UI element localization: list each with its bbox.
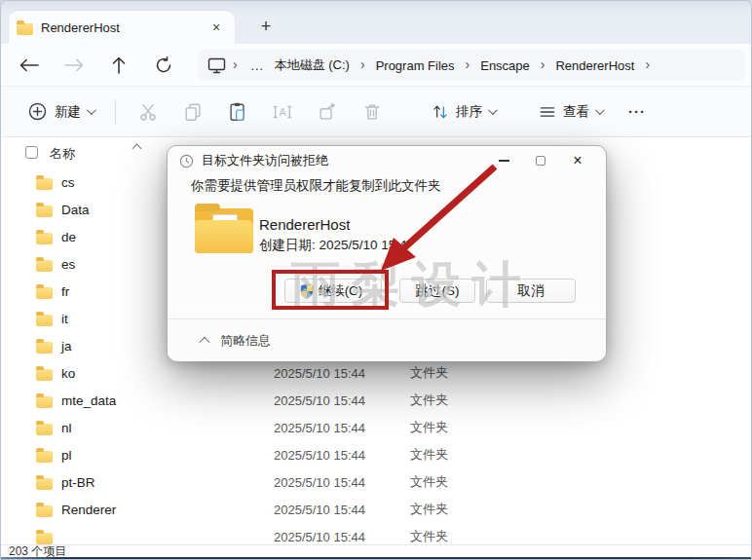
chevron-right-icon: › xyxy=(354,56,372,72)
folder-icon xyxy=(36,342,53,354)
explorer-window: RendererHost × + › … 本地磁盘 (C:) › xyxy=(0,0,752,560)
folder-icon xyxy=(36,505,53,517)
dialog-close-button[interactable]: × xyxy=(559,148,596,173)
file-row[interactable]: 2025/5/10 15:44 文件夹 xyxy=(1,523,752,544)
cancel-button[interactable]: 取消 xyxy=(486,279,576,303)
address-field[interactable]: › … 本地磁盘 (C:) › Program Files › Enscape … xyxy=(198,50,745,81)
svg-text:A: A xyxy=(280,106,286,117)
file-date-modified: 2025/5/10 15:44 xyxy=(274,393,365,408)
name-column-header[interactable]: 名称 xyxy=(50,145,75,163)
details-expander-label: 简略信息 xyxy=(220,332,271,350)
breadcrumb-segment[interactable]: Enscape xyxy=(476,58,534,73)
uac-shield-icon xyxy=(300,283,314,299)
cut-button[interactable] xyxy=(126,94,170,130)
file-date-modified: 2025/5/10 15:44 xyxy=(274,421,365,435)
skip-button[interactable]: 跳过(S) xyxy=(399,279,475,303)
more-options-button[interactable]: ··· xyxy=(628,103,646,120)
file-type: 文件夹 xyxy=(410,501,448,518)
address-bar: › … 本地磁盘 (C:) › Program Files › Enscape … xyxy=(1,44,752,87)
dialog-maximize-button[interactable] xyxy=(522,148,559,173)
folder-icon xyxy=(36,396,53,408)
folder-icon xyxy=(36,533,53,544)
file-date-modified: 2025/5/10 15:44 xyxy=(274,448,365,463)
file-row[interactable]: pl 2025/5/10 15:44 文件夹 xyxy=(1,441,752,468)
share-button[interactable] xyxy=(305,94,350,130)
breadcrumb-segment[interactable]: Program Files xyxy=(372,58,459,73)
refresh-button[interactable] xyxy=(147,50,180,81)
toolbar-divider xyxy=(115,99,116,125)
folder-icon xyxy=(36,287,53,299)
folder-icon xyxy=(36,260,53,272)
file-row[interactable]: Renderer 2025/5/10 15:44 文件夹 xyxy=(1,496,752,523)
new-tab-button[interactable]: + xyxy=(252,13,280,40)
folder-icon xyxy=(36,315,53,326)
file-type: 文件夹 xyxy=(410,473,448,491)
folder-icon xyxy=(36,233,53,244)
new-button[interactable]: 新建 xyxy=(20,94,101,130)
breadcrumb-segment[interactable]: RendererHost xyxy=(551,58,638,73)
items-count: 203 个项目 xyxy=(9,545,66,557)
chevron-right-icon: › xyxy=(459,56,477,72)
back-button[interactable] xyxy=(13,50,46,81)
file-date-modified: 2025/5/10 15:44 xyxy=(274,503,365,517)
access-denied-dialog: 目标文件夹访问被拒绝 × 你需要提供管理员权限才能复制到此文件夹 Rendere… xyxy=(167,145,607,361)
maximize-icon xyxy=(536,156,545,166)
file-date-modified: 2025/5/10 15:44 xyxy=(274,366,365,381)
chevron-down-icon xyxy=(595,105,605,115)
continue-button[interactable]: 继续(C) xyxy=(284,279,382,303)
file-name: mte_data xyxy=(61,393,217,408)
folder-icon xyxy=(36,424,53,435)
tab-title: RendererHost xyxy=(41,20,206,35)
chevron-down-icon xyxy=(488,105,498,115)
rename-button[interactable]: A xyxy=(260,94,305,130)
file-date-modified: 2025/5/10 15:44 xyxy=(274,475,365,490)
file-date-modified: 2025/5/10 15:44 xyxy=(274,530,365,544)
view-button[interactable]: 查看 xyxy=(529,94,611,130)
file-row[interactable]: nl 2025/5/10 15:44 文件夹 xyxy=(1,414,752,441)
tab-rendererhost[interactable]: RendererHost × xyxy=(9,11,235,44)
forward-button[interactable] xyxy=(57,50,91,81)
cancel-button-label: 取消 xyxy=(518,282,545,300)
dialog-folder-name: RendererHost xyxy=(259,216,350,233)
dialog-message: 你需要提供管理员权限才能复制到此文件夹 xyxy=(191,177,441,195)
chevron-right-icon: › xyxy=(638,56,657,72)
close-icon: × xyxy=(573,153,582,168)
continue-button-label: 继续(C) xyxy=(319,282,363,300)
tab-close-icon[interactable]: × xyxy=(206,17,227,38)
plus-circle-icon xyxy=(28,102,47,121)
file-name: pl xyxy=(61,448,217,463)
folder-icon xyxy=(17,23,33,35)
file-row[interactable]: mte_data 2025/5/10 15:44 文件夹 xyxy=(1,387,752,414)
breadcrumb-segment[interactable]: 本地磁盘 (C:) xyxy=(271,56,354,74)
file-type: 文件夹 xyxy=(410,419,448,436)
details-expander[interactable]: 简略信息 xyxy=(168,319,606,361)
sort-ascending-icon xyxy=(132,144,142,154)
sort-button[interactable]: 排序 xyxy=(422,94,504,130)
file-name: nl xyxy=(61,421,217,435)
paste-button[interactable] xyxy=(215,94,260,130)
file-type: 文件夹 xyxy=(410,392,448,409)
large-folder-icon xyxy=(195,208,253,253)
copy-button[interactable] xyxy=(170,94,215,130)
folder-icon xyxy=(36,205,53,217)
new-button-label: 新建 xyxy=(55,103,81,121)
file-row[interactable]: ko 2025/5/10 15:44 文件夹 xyxy=(1,359,752,387)
chevron-right-icon: › xyxy=(534,56,552,72)
dialog-title: 目标文件夹访问被拒绝 xyxy=(202,152,328,169)
sort-arrows-icon xyxy=(431,102,450,122)
file-name: ko xyxy=(61,366,217,381)
up-button[interactable] xyxy=(102,50,135,81)
skip-button-label: 跳过(S) xyxy=(416,282,460,300)
dialog-titlebar[interactable]: 目标文件夹访问被拒绝 × xyxy=(168,146,606,175)
file-row[interactable]: pt-BR 2025/5/10 15:44 文件夹 xyxy=(1,468,752,496)
tab-bar: RendererHost × + xyxy=(1,1,752,44)
select-all-checkbox[interactable] xyxy=(25,146,38,159)
minimize-icon xyxy=(499,160,509,162)
this-pc-icon[interactable] xyxy=(207,57,226,74)
chevron-down-icon xyxy=(87,105,96,115)
chevron-up-icon xyxy=(199,336,209,347)
dialog-minimize-button[interactable] xyxy=(485,148,522,173)
delete-button[interactable] xyxy=(350,94,395,130)
view-lines-icon xyxy=(538,102,557,122)
breadcrumb-ellipsis[interactable]: … xyxy=(244,57,271,73)
